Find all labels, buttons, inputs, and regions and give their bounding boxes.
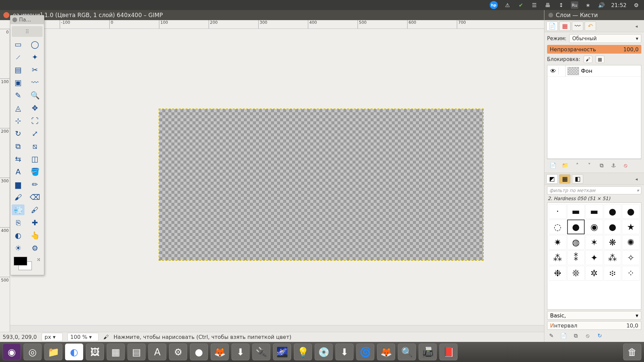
lower-layer-button[interactable]: ˅ <box>585 161 594 169</box>
tab-gradients[interactable]: ◧ <box>572 174 583 184</box>
color-swatches[interactable]: ⤭ <box>12 257 43 272</box>
tool-flip[interactable]: ⇆ <box>12 154 24 164</box>
tool-color-picker[interactable]: ✎ <box>12 90 24 101</box>
warning-icon[interactable]: ⚠ <box>504 1 511 9</box>
opacity-slider[interactable]: Непрозрачность 100,0 <box>547 45 641 54</box>
launcher-blender[interactable]: 🌀 <box>356 344 374 360</box>
canvas-viewport[interactable] <box>10 29 637 325</box>
new-brush-button[interactable]: 📄 <box>559 332 568 339</box>
tab-undo-history[interactable]: ↶ <box>585 21 596 31</box>
tool-fuzzy-select[interactable]: ✦ <box>29 52 41 62</box>
brush-thumb[interactable]: ❊ <box>567 266 585 281</box>
launcher-ubuntu[interactable]: ◉ <box>3 344 21 360</box>
brush-thumb[interactable]: ● <box>567 220 585 234</box>
tool-blur[interactable]: ◐ <box>12 230 24 241</box>
brush-thumb[interactable]: ✶ <box>585 235 603 250</box>
tool-airbrush[interactable]: 💨 <box>12 204 24 215</box>
brush-thumb[interactable]: ⁂ <box>604 250 622 265</box>
launcher-image-viewer[interactable]: 🖼 <box>86 344 104 360</box>
tool-perspective[interactable]: ⧅ <box>29 141 41 152</box>
keyboard-layout-indicator[interactable]: Ru <box>571 1 578 9</box>
brush-thumb[interactable]: ◉ <box>585 220 603 234</box>
brush-thumb[interactable]: ✺ <box>622 235 640 250</box>
brush-thumb[interactable]: ⁘ <box>622 266 640 281</box>
launcher-firefox[interactable]: 🦊 <box>377 344 395 360</box>
hp-indicator-icon[interactable]: hp <box>490 1 498 9</box>
tool-free-select[interactable]: ⟋ <box>12 52 24 62</box>
launcher-reader[interactable]: 📕 <box>439 344 458 360</box>
layer-visibility-icon[interactable]: 👁 <box>547 67 559 74</box>
launcher-activities[interactable]: ◎ <box>23 344 42 360</box>
close-icon[interactable] <box>3 12 9 18</box>
tool-scissors[interactable]: ✂ <box>29 64 41 75</box>
brush-thumb[interactable]: ◍ <box>567 235 585 250</box>
tool-align[interactable]: ⊹ <box>12 115 24 126</box>
tool-measure[interactable]: ◬ <box>12 103 24 113</box>
tab-menu-icon[interactable]: ◂ <box>635 23 642 29</box>
zoom-select[interactable]: 100 % ▾ <box>67 333 99 341</box>
new-layer-button[interactable]: 📄 <box>548 161 558 169</box>
brush-spacing-slider[interactable]: Интервал 10,0 <box>547 321 641 330</box>
tool-rect-select[interactable]: ▭ <box>12 39 24 50</box>
horizontal-scrollbar[interactable] <box>10 325 637 332</box>
tab-layers[interactable]: 📄 <box>546 21 558 31</box>
foreground-color-swatch[interactable] <box>14 257 27 265</box>
lock-alpha-button[interactable]: ▦ <box>596 56 604 63</box>
dock-grip-icon[interactable]: ⠿ <box>12 26 43 37</box>
sync-ok-icon[interactable]: ✔ <box>517 1 525 9</box>
tool-scale[interactable]: ⤢ <box>29 128 41 139</box>
power-icon[interactable]: ⚙ <box>633 1 640 9</box>
launcher-install[interactable]: ⬇ <box>335 344 354 360</box>
launcher-tips[interactable]: 💡 <box>294 344 312 360</box>
toolbox-dock[interactable]: Па… ⠿ ▭◯⟋✦▤✂▣〰✎🔍◬✥⊹⛶↻⤢⧉⧅⇆◫A🪣▆✏🖌⌫💨🖋⎘✚◐👆☀⚙… <box>10 15 44 275</box>
brush-thumb[interactable]: ✧ <box>622 250 640 265</box>
tool-ellipse-select[interactable]: ◯ <box>29 39 41 50</box>
launcher-disc[interactable]: 💿 <box>315 344 333 360</box>
duplicate-layer-button[interactable]: ⧉ <box>597 161 606 169</box>
tool-bucket[interactable]: 🪣 <box>29 166 41 177</box>
launcher-trash[interactable]: 🗑 <box>623 344 641 360</box>
brush-thumb[interactable]: ● <box>604 204 622 219</box>
brush-thumb[interactable]: · <box>549 204 567 219</box>
toolbox-titlebar[interactable]: Па… <box>10 15 44 24</box>
tool-smudge[interactable]: 👆 <box>29 230 41 241</box>
print-icon[interactable]: 🖶 <box>544 1 551 9</box>
anchor-layer-button[interactable]: ⚓ <box>609 161 618 169</box>
launcher-settings[interactable]: ⚙ <box>169 344 187 360</box>
image-canvas[interactable] <box>159 109 483 260</box>
tool-rotate[interactable]: ↻ <box>12 128 24 139</box>
tool-shear[interactable]: ⧉ <box>12 141 24 152</box>
tool-foreground-select[interactable]: ▣ <box>12 77 24 88</box>
launcher-scan[interactable]: 📠 <box>419 344 437 360</box>
tool-color-tool[interactable]: ⚙ <box>29 243 41 253</box>
tool-cage[interactable]: ◫ <box>29 154 41 164</box>
brush-thumb[interactable]: ● <box>622 204 640 219</box>
tab-channels[interactable]: ▦ <box>559 21 571 31</box>
close-icon[interactable] <box>548 13 553 17</box>
brush-thumb[interactable]: ፨ <box>604 266 622 281</box>
tool-zoom[interactable]: 🔍 <box>29 90 41 101</box>
units-select[interactable]: px ▾ <box>42 333 63 341</box>
brush-thumb[interactable]: ✦ <box>585 250 603 265</box>
clock[interactable]: 21:52 <box>611 2 627 8</box>
launcher-gimp[interactable]: 🦊 <box>211 344 229 360</box>
tool-paths[interactable]: 〰 <box>29 77 41 88</box>
tab-patterns[interactable]: ▦ <box>559 174 571 184</box>
launcher-spreadsheet[interactable]: ▦ <box>107 344 125 360</box>
network-icon[interactable]: ↕ <box>557 1 565 9</box>
tab-menu-icon[interactable]: ◂ <box>635 176 642 182</box>
brush-thumb[interactable]: ✲ <box>585 266 603 281</box>
tool-text[interactable]: A <box>12 166 24 177</box>
launcher-presentation[interactable]: ▤ <box>127 344 146 360</box>
brush-thumb[interactable]: ◌ <box>549 220 567 234</box>
brush-thumb[interactable]: ▬ <box>585 204 603 219</box>
launcher-software[interactable]: A <box>148 344 166 360</box>
menu-icon[interactable]: ☰ <box>531 1 538 9</box>
lock-pixels-button[interactable]: 🖌 <box>584 56 592 63</box>
launcher-files[interactable]: 📁 <box>44 344 62 360</box>
refresh-brushes-button[interactable]: ↻ <box>595 332 604 339</box>
launcher-record[interactable]: ● <box>190 344 208 360</box>
tool-blend[interactable]: ▆ <box>12 179 24 190</box>
layer-mode-select[interactable]: Обычный▾ <box>569 34 641 43</box>
delete-brush-button[interactable]: ⦸ <box>583 332 592 339</box>
